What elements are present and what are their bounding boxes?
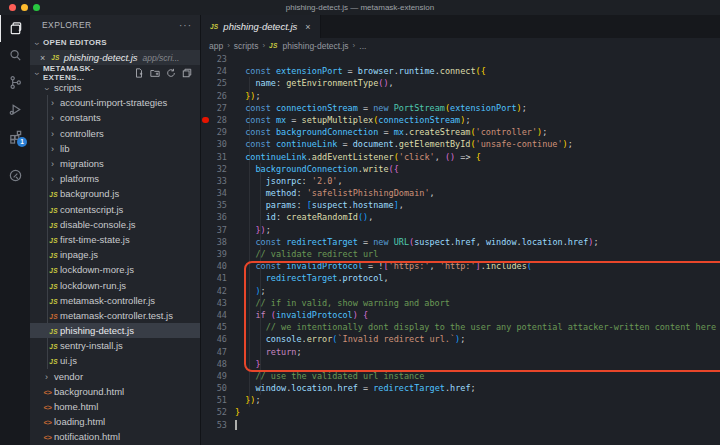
line-number-50[interactable]: 50 bbox=[201, 382, 235, 394]
sidebar-item-lockdown-more.js[interactable]: JSlockdown-more.js bbox=[30, 262, 200, 277]
code-lines[interactable]: const extensionPort = browser.runtime.co… bbox=[235, 53, 720, 431]
code-line-28[interactable]: const mx = setupMultiplex(connectionStre… bbox=[235, 114, 720, 126]
line-number-51[interactable]: 51 bbox=[201, 394, 235, 406]
code-line-31[interactable]: continueLink.addEventListener('click', (… bbox=[235, 151, 720, 163]
code-line-25[interactable]: name: getEnvironmentType(), bbox=[235, 77, 720, 89]
line-number-27[interactable]: 27 bbox=[201, 102, 235, 114]
code-line-33[interactable]: jsonrpc: '2.0', bbox=[235, 175, 720, 187]
open-editors-header[interactable]: › OPEN EDITORS bbox=[30, 35, 200, 50]
refresh-explorer-icon[interactable] bbox=[166, 68, 176, 78]
sidebar-item-metamask-controller.js[interactable]: JSmetamask-controller.js bbox=[30, 293, 200, 308]
line-number-24[interactable]: 24 bbox=[201, 65, 235, 77]
sidebar-item-background.html[interactable]: <>background.html bbox=[30, 384, 200, 399]
new-folder-icon[interactable] bbox=[150, 68, 160, 78]
line-number-25[interactable]: 25 bbox=[201, 77, 235, 89]
line-number-42[interactable]: 42 bbox=[201, 285, 235, 297]
code-line-38[interactable]: const redirectTarget = new URL(suspect.h… bbox=[235, 236, 720, 248]
line-number-34[interactable]: 34 bbox=[201, 187, 235, 199]
line-number-23[interactable]: 23 bbox=[201, 53, 235, 65]
code-line-35[interactable]: params: [suspect.hostname], bbox=[235, 199, 720, 211]
sidebar-item-disable-console.js[interactable]: JSdisable-console.js bbox=[30, 217, 200, 232]
sidebar-item-scripts[interactable]: ›scripts bbox=[30, 80, 200, 95]
line-number-38[interactable]: 38 bbox=[201, 236, 235, 248]
close-window-button[interactable] bbox=[9, 4, 16, 11]
sidebar-item-metamask-controller.test.js[interactable]: JSmetamask-controller.test.js bbox=[30, 308, 200, 323]
sidebar-item-phishing-detect.js[interactable]: JSphishing-detect.js bbox=[30, 323, 200, 338]
sidebar-item-inpage.js[interactable]: JSinpage.js bbox=[30, 247, 200, 262]
line-number-48[interactable]: 48 bbox=[201, 358, 235, 370]
sidebar-item-first-time-state.js[interactable]: JSfirst-time-state.js bbox=[30, 232, 200, 247]
sidebar-item-contentscript.js[interactable]: JScontentscript.js bbox=[30, 202, 200, 217]
line-number-30[interactable]: 30 bbox=[201, 138, 235, 150]
tab-close-icon[interactable]: × bbox=[305, 22, 310, 32]
new-file-icon[interactable] bbox=[134, 68, 144, 78]
plugin-icon[interactable] bbox=[0, 162, 30, 189]
explorer-icon[interactable] bbox=[0, 15, 30, 42]
line-number-43[interactable]: 43 bbox=[201, 297, 235, 309]
line-number-37[interactable]: 37 bbox=[201, 224, 235, 236]
breadcrumb-item[interactable]: ... bbox=[359, 41, 366, 51]
sidebar-item-ui.js[interactable]: JSui.js bbox=[30, 353, 200, 368]
breadcrumb-item[interactable]: scripts bbox=[234, 41, 259, 51]
sidebar-item-loading.html[interactable]: <>loading.html bbox=[30, 414, 200, 429]
sidebar-item-migrations[interactable]: ›migrations bbox=[30, 156, 200, 171]
sidebar-item-lockdown-run.js[interactable]: JSlockdown-run.js bbox=[30, 277, 200, 292]
code-line-34[interactable]: method: 'safelistPhishingDomain', bbox=[235, 187, 720, 199]
sidebar-item-sentry-install.js[interactable]: JSsentry-install.js bbox=[30, 338, 200, 353]
line-number-35[interactable]: 35 bbox=[201, 199, 235, 211]
sidebar-item-account-import-strategies[interactable]: ›account-import-strategies bbox=[30, 95, 200, 110]
line-number-46[interactable]: 46 bbox=[201, 333, 235, 345]
search-icon[interactable] bbox=[0, 42, 30, 69]
code-line-50[interactable]: window.location.href = redirectTarget.hr… bbox=[235, 382, 720, 394]
code-line-26[interactable]: }); bbox=[235, 90, 720, 102]
line-number-47[interactable]: 47 bbox=[201, 346, 235, 358]
run-debug-icon[interactable] bbox=[0, 96, 30, 123]
line-number-26[interactable]: 26 bbox=[201, 90, 235, 102]
sidebar-item-lib[interactable]: ›lib bbox=[30, 141, 200, 156]
breakpoint-icon[interactable] bbox=[202, 117, 209, 124]
line-number-44[interactable]: 44 bbox=[201, 309, 235, 321]
line-number-41[interactable]: 41 bbox=[201, 272, 235, 284]
code-line-23[interactable] bbox=[235, 53, 720, 65]
line-number-49[interactable]: 49 bbox=[201, 370, 235, 382]
code-line-36[interactable]: id: createRandomId(), bbox=[235, 211, 720, 223]
sidebar-item-vendor[interactable]: ›vendor bbox=[30, 369, 200, 384]
code-line-24[interactable]: const extensionPort = browser.runtime.co… bbox=[235, 65, 720, 77]
code-line-27[interactable]: const connectionStream = new PortStream(… bbox=[235, 102, 720, 114]
code-line-32[interactable]: backgroundConnection.write({ bbox=[235, 163, 720, 175]
code-line-51[interactable]: }); bbox=[235, 394, 720, 406]
tab-phishing-detect[interactable]: JS phishing-detect.js × bbox=[201, 15, 321, 38]
extensions-icon[interactable]: 1 bbox=[0, 123, 30, 150]
code-line-53[interactable] bbox=[235, 419, 720, 431]
minimize-window-button[interactable] bbox=[21, 4, 28, 11]
code-line-29[interactable]: const backgroundConnection = mx.createSt… bbox=[235, 126, 720, 138]
workspace-header[interactable]: › METAMASK-EXTENS... bbox=[30, 65, 200, 80]
line-number-36[interactable]: 36 bbox=[201, 211, 235, 223]
more-actions-icon[interactable]: ··· bbox=[179, 20, 192, 31]
sidebar-item-controllers[interactable]: ›controllers bbox=[30, 126, 200, 141]
line-number-53[interactable]: 53 bbox=[201, 419, 235, 431]
close-editor-icon[interactable]: × bbox=[40, 53, 45, 63]
breadcrumb-item[interactable]: app bbox=[209, 41, 223, 51]
gutter[interactable]: 2324252627282930313233343536373839404142… bbox=[201, 53, 235, 431]
line-number-28[interactable]: 28 bbox=[201, 114, 235, 126]
code-line-37[interactable]: }); bbox=[235, 224, 720, 236]
code-line-52[interactable]: } bbox=[235, 406, 720, 418]
code-line-30[interactable]: const continueLink = document.getElement… bbox=[235, 138, 720, 150]
line-number-33[interactable]: 33 bbox=[201, 175, 235, 187]
code-area[interactable]: 2324252627282930313233343536373839404142… bbox=[201, 53, 720, 445]
line-number-52[interactable]: 52 bbox=[201, 406, 235, 418]
line-number-32[interactable]: 32 bbox=[201, 163, 235, 175]
sidebar-item-platforms[interactable]: ›platforms bbox=[30, 171, 200, 186]
sidebar-item-background.js[interactable]: JSbackground.js bbox=[30, 186, 200, 201]
sidebar-item-constants[interactable]: ›constants bbox=[30, 110, 200, 125]
source-control-icon[interactable] bbox=[0, 69, 30, 96]
sidebar-item-notification.html[interactable]: <>notification.html bbox=[30, 429, 200, 444]
breadcrumb-item[interactable]: phishing-detect.js bbox=[282, 41, 348, 51]
line-number-40[interactable]: 40 bbox=[201, 260, 235, 272]
line-number-39[interactable]: 39 bbox=[201, 248, 235, 260]
collapse-folders-icon[interactable] bbox=[182, 68, 192, 78]
code-line-39[interactable]: // validate redirect url bbox=[235, 248, 720, 260]
line-number-29[interactable]: 29 bbox=[201, 126, 235, 138]
line-number-31[interactable]: 31 bbox=[201, 151, 235, 163]
